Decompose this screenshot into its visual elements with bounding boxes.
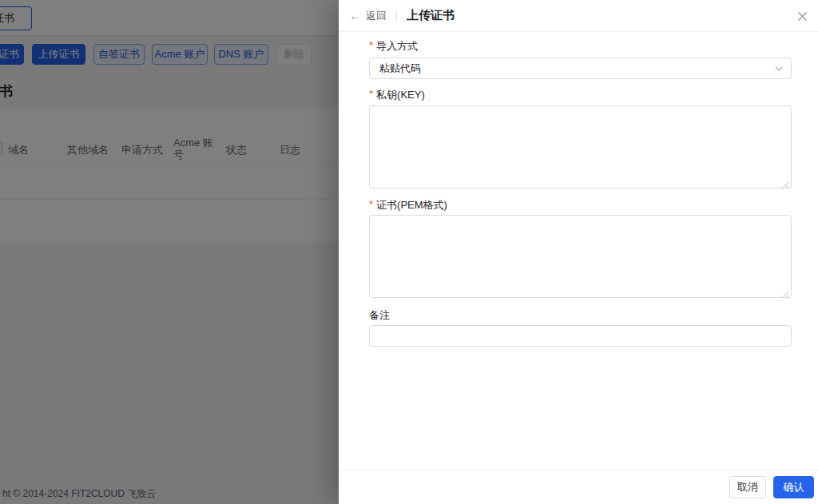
required-mark: * [369,198,373,212]
private-key-label: * 私钥(KEY) [369,88,425,102]
certificate-pem-textarea-wrapper [369,215,792,298]
arrow-left-icon: ← [349,10,361,22]
required-mark: * [369,39,373,53]
drawer-title: 上传证书 [407,8,455,23]
close-icon[interactable] [796,10,808,22]
required-mark: * [369,88,373,101]
certificate-pem-textarea[interactable] [370,216,791,297]
import-method-label: * 导入方式 [369,39,418,54]
back-label: 返回 [366,9,387,23]
remark-input-wrapper [369,325,792,347]
back-button[interactable]: ← 返回 [349,9,387,23]
confirm-button[interactable]: 确认 [773,476,814,498]
private-key-textarea[interactable] [370,106,791,188]
private-key-textarea-wrapper [369,105,792,189]
resize-handle-icon[interactable] [782,179,789,186]
resize-handle-icon[interactable] [782,288,789,296]
import-method-selected-value: 粘贴代码 [379,62,421,76]
upload-certificate-drawer: ← 返回 上传证书 * 导入方式 粘贴代码 [339,0,818,504]
header-divider [396,10,397,22]
remark-input[interactable] [370,326,791,346]
drawer-header: ← 返回 上传证书 [339,0,818,32]
import-method-select[interactable]: 粘贴代码 [369,58,792,79]
drawer-footer: 取消 确认 [339,470,818,504]
certificate-pem-label: * 证书(PEM格式) [369,198,447,212]
remark-label: 备注 [369,308,390,323]
cancel-button[interactable]: 取消 [729,476,766,498]
chevron-down-icon [774,64,784,76]
screen: 证书 证书 上传证书 自签证书 Acme 账户 DNS 账户 删除 证书 域名 … [0,0,818,504]
